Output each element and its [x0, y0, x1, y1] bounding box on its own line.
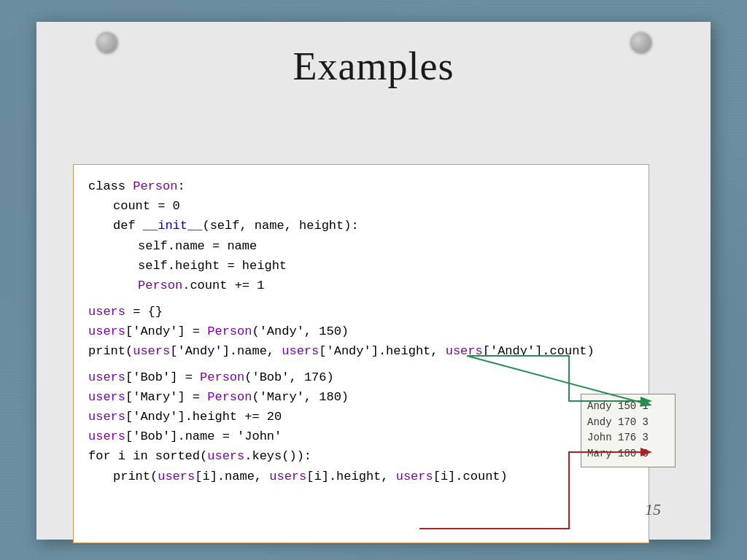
blank-2	[88, 361, 634, 368]
code-line-17: print(users[i].name, users[i].height, us…	[113, 467, 634, 486]
code-line-5: self.height = height	[138, 256, 634, 276]
code-line-12: users['Bob'] = Person('Bob', 176)	[88, 368, 634, 387]
page-number: 15	[645, 500, 661, 519]
output-line-3: John 176 3	[587, 432, 649, 443]
code-line-4: self.name = name	[138, 236, 634, 256]
code-line-15: users['Bob'].name = 'John'	[88, 427, 634, 446]
slide-title: Examples	[36, 22, 711, 104]
code-line-6: Person.count += 1	[138, 276, 634, 295]
code-line-10: print(users['Andy'].name, users['Andy'].…	[88, 341, 634, 361]
code-line-1: class Person:	[88, 176, 634, 196]
output-line-2: Andy 170 3	[587, 416, 649, 428]
blank-1	[88, 295, 634, 302]
output-line-1: Andy 150 1	[587, 400, 649, 412]
pin-top-right	[630, 32, 651, 52]
code-line-8: users = {}	[88, 302, 634, 322]
output-line-4: Mary 180 3	[587, 448, 649, 459]
code-block: class Person: count = 0 def __init__(sel…	[73, 164, 649, 543]
code-line-9: users['Andy'] = Person('Andy', 150)	[88, 322, 634, 341]
code-line-14: users['Andy'].height += 20	[88, 407, 634, 427]
slide: Examples class Person: count = 0 def __i…	[36, 22, 711, 540]
code-line-16: for i in sorted(users.keys()):	[88, 446, 634, 466]
pin-top-left	[96, 32, 117, 52]
code-line-13: users['Mary'] = Person('Mary', 180)	[88, 387, 634, 407]
code-line-2: count = 0	[113, 196, 634, 216]
output-box: Andy 150 1 Andy 170 3 John 176 3 Mary 18…	[581, 394, 676, 467]
code-line-3: def __init__(self, name, height):	[113, 216, 634, 236]
